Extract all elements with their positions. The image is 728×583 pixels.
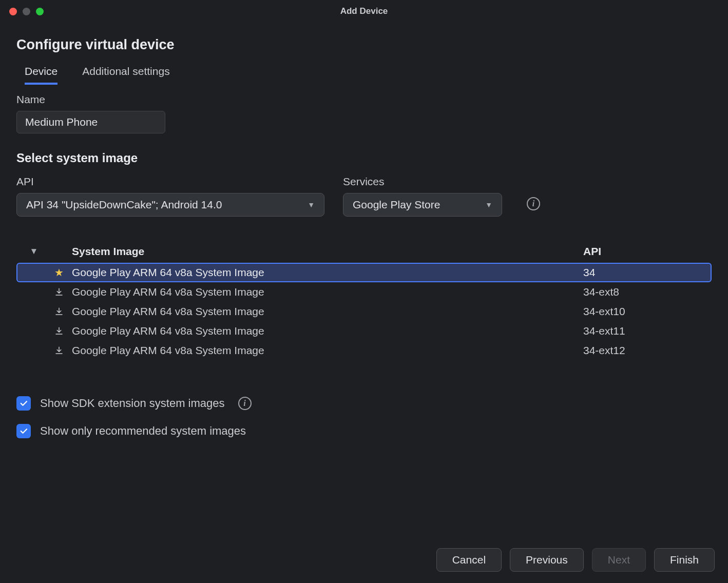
chevron-down-icon[interactable]: ▼ bbox=[30, 246, 39, 257]
image-name: Google Play ARM 64 v8a System Image bbox=[72, 286, 583, 298]
download-icon[interactable] bbox=[54, 326, 64, 336]
finish-button[interactable]: Finish bbox=[654, 548, 715, 572]
checkbox-label-show-sdk-extension: Show SDK extension system images bbox=[40, 397, 225, 410]
api-label: API bbox=[16, 176, 324, 188]
services-select[interactable]: Google Play Store ▼ bbox=[343, 193, 502, 217]
table-row[interactable]: ★ Google Play ARM 64 v8a System Image 34 bbox=[16, 263, 712, 282]
image-api: 34-ext8 bbox=[583, 286, 706, 298]
system-image-table: ▼ System Image API ★ Google Play ARM 64 … bbox=[16, 240, 712, 360]
table-header: ▼ System Image API bbox=[16, 240, 712, 263]
info-icon[interactable]: i bbox=[238, 397, 252, 410]
window-title: Add Device bbox=[0, 6, 728, 16]
cancel-button[interactable]: Cancel bbox=[436, 548, 502, 572]
image-name: Google Play ARM 64 v8a System Image bbox=[72, 344, 583, 357]
services-select-value: Google Play Store bbox=[353, 199, 440, 211]
previous-button[interactable]: Previous bbox=[510, 548, 584, 572]
checkmark-icon bbox=[19, 426, 28, 436]
services-label: Services bbox=[343, 176, 502, 188]
column-header-system-image[interactable]: System Image bbox=[72, 245, 583, 258]
chevron-down-icon: ▼ bbox=[308, 201, 315, 209]
image-name: Google Play ARM 64 v8a System Image bbox=[72, 325, 583, 337]
checkbox-show-sdk-extension[interactable] bbox=[16, 396, 31, 411]
name-input[interactable] bbox=[16, 111, 165, 133]
next-button: Next bbox=[592, 548, 646, 572]
column-header-api[interactable]: API bbox=[583, 245, 706, 258]
image-name: Google Play ARM 64 v8a System Image bbox=[72, 266, 583, 279]
table-row[interactable]: Google Play ARM 64 v8a System Image 34-e… bbox=[16, 341, 712, 360]
name-label: Name bbox=[16, 93, 712, 106]
page-title: Configure virtual device bbox=[16, 37, 712, 53]
image-api: 34-ext11 bbox=[583, 325, 706, 337]
api-select-value: API 34 "UpsideDownCake"; Android 14.0 bbox=[26, 199, 222, 211]
table-row[interactable]: Google Play ARM 64 v8a System Image 34-e… bbox=[16, 321, 712, 341]
download-icon[interactable] bbox=[54, 287, 64, 297]
checkbox-show-recommended[interactable] bbox=[16, 424, 31, 438]
download-icon[interactable] bbox=[54, 346, 64, 355]
tab-additional-settings[interactable]: Additional settings bbox=[82, 65, 169, 84]
window-titlebar: Add Device bbox=[0, 0, 728, 23]
image-name: Google Play ARM 64 v8a System Image bbox=[72, 305, 583, 318]
download-icon[interactable] bbox=[54, 307, 64, 316]
image-api: 34-ext10 bbox=[583, 305, 706, 318]
checkmark-icon bbox=[19, 399, 28, 408]
checkbox-label-show-recommended: Show only recommended system images bbox=[40, 424, 246, 438]
info-icon[interactable]: i bbox=[527, 197, 540, 210]
star-icon: ★ bbox=[54, 266, 64, 279]
api-select[interactable]: API 34 "UpsideDownCake"; Android 14.0 ▼ bbox=[16, 193, 324, 217]
image-api: 34-ext12 bbox=[583, 344, 706, 357]
tab-device[interactable]: Device bbox=[25, 65, 58, 85]
image-api: 34 bbox=[583, 266, 706, 279]
table-row[interactable]: Google Play ARM 64 v8a System Image 34-e… bbox=[16, 302, 712, 321]
chevron-down-icon: ▼ bbox=[485, 201, 492, 209]
section-select-system-image: Select system image bbox=[16, 151, 712, 165]
table-row[interactable]: Google Play ARM 64 v8a System Image 34-e… bbox=[16, 282, 712, 302]
